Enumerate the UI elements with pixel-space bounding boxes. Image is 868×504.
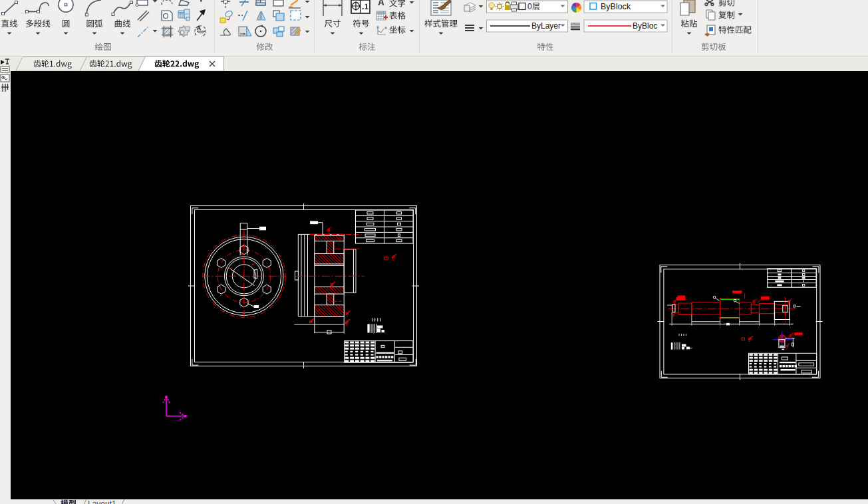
svg-text:ByLayer: ByLayer xyxy=(531,21,561,31)
svg-text:Layout1: Layout1 xyxy=(88,499,116,504)
svg-text:ByBlock: ByBlock xyxy=(601,2,631,11)
svg-text:0: 0 xyxy=(527,2,532,11)
svg-text:ByBloc: ByBloc xyxy=(633,21,657,31)
